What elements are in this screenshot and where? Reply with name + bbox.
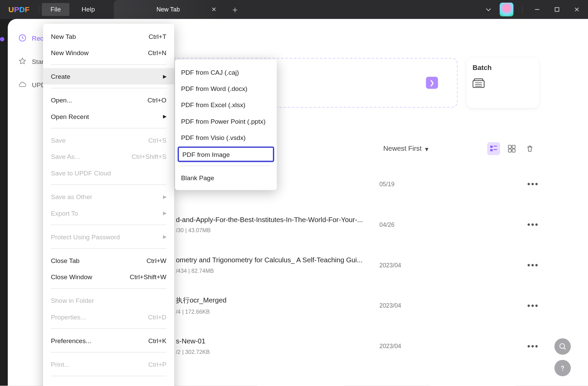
view-list-button[interactable] bbox=[487, 142, 500, 155]
submenu-item-caj[interactable]: PDF from CAJ (.caj) bbox=[175, 64, 277, 80]
caret-down-icon: ▾ bbox=[425, 145, 428, 153]
separator bbox=[51, 288, 166, 289]
separator bbox=[51, 352, 166, 353]
add-tab-button[interactable]: ＋ bbox=[229, 3, 241, 16]
close-icon[interactable]: ✕ bbox=[211, 6, 216, 13]
file-date: 05/19 bbox=[379, 180, 395, 187]
file-title: d-and-Apply-For-the-Best-Institutes-In-T… bbox=[176, 216, 363, 223]
search-fab[interactable] bbox=[555, 338, 571, 355]
avatar[interactable] bbox=[500, 3, 514, 17]
menu-item-export-to: Export To▶ bbox=[43, 205, 174, 221]
recent-list: 05/19 ••• d-and-Apply-For-the-Best-Insti… bbox=[163, 164, 536, 366]
chevron-right-icon: ▶ bbox=[163, 234, 166, 240]
batch-card[interactable]: Batch bbox=[467, 58, 539, 108]
separator bbox=[39, 5, 39, 14]
minimize-button[interactable] bbox=[531, 3, 543, 16]
more-icon[interactable]: ••• bbox=[527, 260, 539, 270]
separator bbox=[522, 5, 522, 14]
menu-item-save: SaveCtrl+S bbox=[43, 132, 174, 148]
menu-item-properties: Properties...Ctrl+D bbox=[43, 309, 174, 325]
file-meta: /2 | 302.72KB bbox=[176, 348, 210, 355]
menu-item-new-window[interactable]: New WindowCtrl+N bbox=[43, 44, 174, 61]
file-title: s-New-01 bbox=[176, 337, 210, 345]
svg-rect-9 bbox=[512, 145, 515, 148]
submenu-item-excel[interactable]: PDF from Excel (.xlsx) bbox=[175, 97, 277, 113]
menu-item-print: Print...Ctrl+P bbox=[43, 356, 174, 372]
close-button[interactable] bbox=[571, 3, 583, 16]
file-date: 2023/04 bbox=[379, 343, 401, 349]
menu-item-save-other: Save as Other▶ bbox=[43, 188, 174, 204]
svg-rect-8 bbox=[508, 145, 511, 148]
submenu-item-image[interactable]: PDF from Image bbox=[178, 147, 274, 162]
list-item[interactable]: ometry and Trigonometry for Calculus_ A … bbox=[163, 245, 536, 285]
menu-item-new-tab[interactable]: New TabCtrl+T bbox=[43, 28, 174, 44]
submenu-item-blank[interactable]: Blank Page bbox=[175, 169, 277, 186]
maximize-button[interactable] bbox=[551, 3, 563, 16]
chevron-right-icon: ▶ bbox=[163, 194, 166, 199]
svg-rect-5 bbox=[494, 146, 497, 147]
menu-file[interactable]: File bbox=[42, 3, 70, 16]
separator bbox=[51, 224, 166, 225]
chevron-right-icon: ❯ bbox=[426, 77, 438, 89]
app-logo: UPDF bbox=[0, 5, 38, 14]
file-title: 执行ocr_Merged bbox=[176, 296, 227, 305]
sort-label: Newest First bbox=[383, 145, 422, 152]
clock-icon bbox=[18, 33, 27, 42]
menu-item-quit[interactable]: Quit UPDFCtrl+Q bbox=[43, 380, 174, 386]
list-item[interactable]: 执行ocr_Merged /4 | 172.66KB 2023/04 ••• bbox=[163, 285, 536, 326]
list-item[interactable]: d-and-Apply-For-the-Best-Institutes-In-T… bbox=[163, 204, 536, 245]
chevron-right-icon: ▶ bbox=[163, 73, 166, 79]
svg-rect-10 bbox=[508, 149, 511, 152]
menu-item-save-cloud: Save to UPDF Cloud bbox=[43, 165, 174, 181]
chevron-right-icon: ▶ bbox=[163, 114, 166, 119]
separator bbox=[51, 64, 166, 65]
trash-button[interactable] bbox=[523, 142, 536, 155]
svg-rect-7 bbox=[494, 149, 497, 150]
separator bbox=[51, 128, 166, 128]
cloud-icon bbox=[18, 80, 27, 89]
chevron-down-icon[interactable] bbox=[485, 6, 492, 13]
list-item[interactable]: s-New-01 /2 | 302.72KB 2023/04 ••• bbox=[163, 326, 536, 366]
file-date: 2023/04 bbox=[379, 302, 401, 309]
separator bbox=[51, 248, 166, 248]
more-icon[interactable]: ••• bbox=[527, 220, 539, 230]
menu-item-open[interactable]: Open...Ctrl+O bbox=[43, 92, 174, 108]
file-menu: New TabCtrl+T New WindowCtrl+N Create▶ O… bbox=[43, 24, 174, 386]
menu-item-close-tab[interactable]: Close TabCtrl+W bbox=[43, 252, 174, 268]
help-fab[interactable] bbox=[555, 360, 571, 376]
file-date: 2023/04 bbox=[379, 262, 401, 268]
chevron-right-icon: ▶ bbox=[163, 210, 166, 216]
menu-item-show-folder: Show in Folder bbox=[43, 292, 174, 308]
sort-dropdown[interactable]: Newest First ▾ bbox=[383, 145, 429, 153]
create-submenu: PDF from CAJ (.caj) PDF from Word (.docx… bbox=[175, 59, 277, 190]
menu-item-close-window[interactable]: Close WindowCtrl+Shift+W bbox=[43, 268, 174, 285]
file-meta: /4 | 172.66KB bbox=[176, 309, 227, 315]
svg-rect-1 bbox=[555, 7, 559, 11]
separator bbox=[51, 88, 166, 88]
menu-item-create[interactable]: Create▶ bbox=[43, 68, 174, 84]
tab-label: New Tab bbox=[157, 6, 180, 13]
svg-rect-4 bbox=[490, 146, 493, 148]
view-grid-button[interactable] bbox=[505, 142, 518, 155]
menu-item-open-recent[interactable]: Open Recent▶ bbox=[43, 108, 174, 124]
submenu-item-word[interactable]: PDF from Word (.docx) bbox=[175, 80, 277, 96]
title-bar: UPDF File Help New Tab ✕ ＋ bbox=[0, 0, 588, 19]
tab-new[interactable]: New Tab ✕ bbox=[114, 0, 222, 19]
menu-item-preferences[interactable]: Preferences...Ctrl+K bbox=[43, 332, 174, 348]
more-icon[interactable]: ••• bbox=[527, 179, 539, 189]
drag-handle-icon[interactable] bbox=[0, 37, 4, 42]
svg-point-12 bbox=[560, 344, 565, 348]
star-icon bbox=[18, 57, 27, 66]
more-icon[interactable]: ••• bbox=[527, 341, 539, 351]
submenu-item-visio[interactable]: PDF from Visio (.vsdx) bbox=[175, 129, 277, 146]
submenu-item-ppt[interactable]: PDF from Power Point (.pptx) bbox=[175, 113, 277, 129]
batch-title: Batch bbox=[472, 64, 533, 72]
separator bbox=[51, 329, 166, 329]
svg-rect-6 bbox=[490, 149, 493, 151]
svg-line-13 bbox=[564, 348, 566, 349]
more-icon[interactable]: ••• bbox=[527, 300, 539, 310]
batch-icon bbox=[472, 78, 485, 88]
file-meta: /30 | 43.07MB bbox=[176, 227, 363, 233]
menu-help[interactable]: Help bbox=[73, 3, 103, 16]
svg-point-14 bbox=[562, 370, 563, 371]
